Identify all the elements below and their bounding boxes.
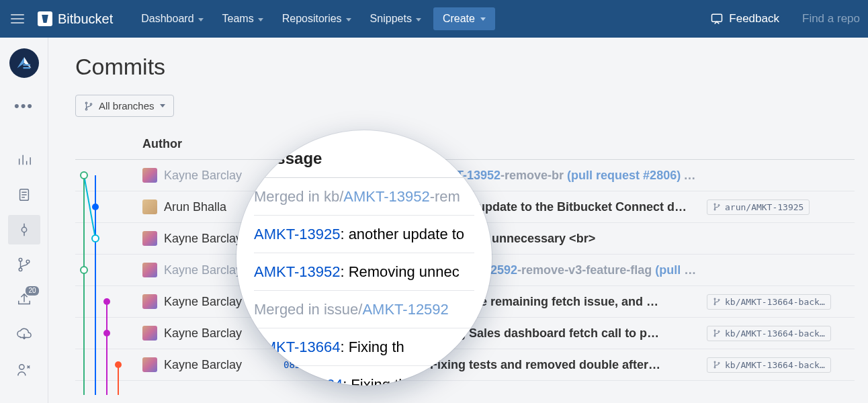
author-name: Kayne Barclay xyxy=(164,326,242,341)
svg-point-34 xyxy=(714,367,715,368)
svg-rect-2 xyxy=(23,67,30,69)
svg-point-25 xyxy=(714,209,715,210)
svg-point-9 xyxy=(85,102,87,104)
page-title: Commits xyxy=(75,54,855,80)
brand-text: Bitbucket xyxy=(58,11,113,27)
rail-overview[interactable] xyxy=(8,145,40,175)
create-button[interactable]: Create xyxy=(433,7,495,30)
svg-point-21 xyxy=(103,298,110,305)
document-icon xyxy=(17,187,32,202)
svg-point-23 xyxy=(115,361,122,368)
feedback-icon xyxy=(710,12,724,26)
sidebar: ••• 20 xyxy=(0,38,48,403)
avatar xyxy=(142,326,157,341)
menu-icon[interactable] xyxy=(8,9,27,28)
branch-tag[interactable]: kb/AMKT-13664-back… xyxy=(707,326,831,341)
svg-point-4 xyxy=(21,227,26,232)
svg-point-5 xyxy=(19,258,22,261)
issue-link[interactable]: AMKT-13952 xyxy=(343,188,429,206)
svg-point-24 xyxy=(714,204,715,205)
svg-point-31 xyxy=(714,335,715,337)
branch-tag[interactable]: kb/AMKT-13664-back… xyxy=(707,357,831,373)
pr-link[interactable]: (pull request #2806) xyxy=(567,169,681,182)
branch-picker[interactable]: All branches xyxy=(75,95,174,117)
rail-more[interactable]: ••• xyxy=(8,91,40,121)
author-name: Kayne Barclay xyxy=(164,295,242,309)
author-name: Kayne Barclay xyxy=(164,263,242,277)
svg-point-27 xyxy=(714,298,715,300)
upload-badge: 20 xyxy=(26,286,38,296)
author-name: Kayne Barclay xyxy=(164,358,242,372)
users-icon xyxy=(17,362,32,377)
feedback-link[interactable]: Feedback xyxy=(703,12,786,26)
svg-rect-0 xyxy=(712,14,722,21)
lens-row: AMKT-13925: another update to xyxy=(254,216,474,253)
nav-repositories[interactable]: Repositories xyxy=(275,7,358,30)
pr-link[interactable]: (pull request #2777) xyxy=(655,263,707,277)
bitbucket-logo-icon xyxy=(38,11,52,26)
cloud-download-icon xyxy=(17,327,32,342)
svg-point-10 xyxy=(85,108,87,110)
branch-tag[interactable]: arun/AMKT-13925 xyxy=(707,199,810,215)
rail-downloads[interactable] xyxy=(8,320,40,349)
branch-tag[interactable]: kb/AMKT-13664-back… xyxy=(707,294,831,310)
ellipsis-icon: ••• xyxy=(14,97,34,115)
branch-icon xyxy=(17,257,32,272)
svg-point-26 xyxy=(718,205,720,206)
svg-point-30 xyxy=(714,330,715,331)
svg-point-18 xyxy=(92,204,99,210)
avatar xyxy=(142,357,157,372)
branch-icon xyxy=(84,101,93,111)
svg-point-35 xyxy=(718,363,720,364)
svg-point-33 xyxy=(714,361,715,363)
svg-point-11 xyxy=(90,103,92,105)
nav-teams[interactable]: Teams xyxy=(216,7,270,30)
rail-uploads[interactable]: 20 xyxy=(8,285,40,314)
rail-source[interactable] xyxy=(8,180,40,210)
author-name: Arun Bhalla xyxy=(164,200,226,214)
author-name: Kayne Barclay xyxy=(164,169,242,183)
lens-row: AMKT-13952: Removing unnec xyxy=(254,253,474,291)
author-name: Kayne Barclay xyxy=(164,232,242,246)
svg-point-20 xyxy=(81,267,87,273)
svg-rect-1 xyxy=(23,64,30,66)
issue-link[interactable]: AMKT-12592 xyxy=(362,301,448,318)
rail-settings[interactable] xyxy=(8,355,40,384)
nav-snippets[interactable]: Snippets xyxy=(363,7,428,30)
top-navigation: Bitbucket Dashboard Teams Repositories S… xyxy=(0,0,868,38)
bars-icon xyxy=(17,152,32,167)
brand-link[interactable]: Bitbucket xyxy=(38,11,113,27)
avatar xyxy=(142,199,157,214)
header-author: Author xyxy=(142,137,284,151)
rail-commits[interactable] xyxy=(8,215,40,244)
avatar xyxy=(142,294,157,309)
svg-point-32 xyxy=(718,331,720,332)
commit-row[interactable]: Kayne Barclay0856f15AMKT-13664: Fixing t… xyxy=(75,349,855,381)
issue-link[interactable]: AMKT-13952 xyxy=(254,263,340,281)
git-graph xyxy=(75,160,142,395)
svg-point-29 xyxy=(718,300,720,301)
search-input[interactable]: Find a repo xyxy=(791,12,860,26)
svg-point-6 xyxy=(19,268,22,271)
lens-row: Merged in issue/AMKT-12592 xyxy=(254,291,474,328)
table-header-row: Author Message xyxy=(75,130,855,160)
zoom-lens: Message Merged in kb/AMKT-13952-remAMKT-… xyxy=(236,130,492,386)
svg-point-17 xyxy=(81,172,87,179)
issue-link[interactable]: AMKT-13925 xyxy=(254,226,340,243)
avatar xyxy=(142,231,157,246)
svg-point-22 xyxy=(103,330,110,337)
svg-point-8 xyxy=(19,365,24,369)
rail-branches[interactable] xyxy=(8,250,40,279)
svg-point-28 xyxy=(714,304,715,305)
svg-point-7 xyxy=(26,260,30,263)
avatar xyxy=(142,263,157,277)
lens-row: Merged in kb/AMKT-13952-rem xyxy=(254,178,474,216)
svg-point-19 xyxy=(92,235,99,242)
nav-dashboard[interactable]: Dashboard xyxy=(134,7,210,30)
project-avatar[interactable] xyxy=(9,48,39,78)
avatar xyxy=(142,168,157,183)
commit-icon xyxy=(17,222,32,237)
